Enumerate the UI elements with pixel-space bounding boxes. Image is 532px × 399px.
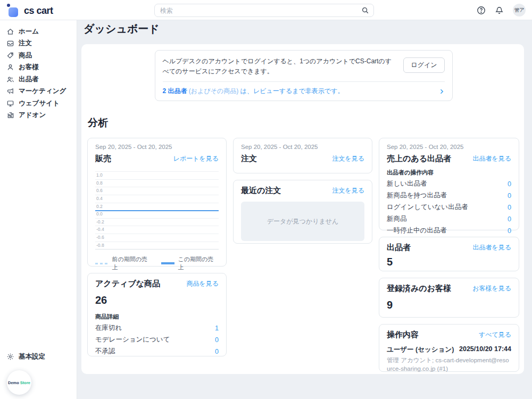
- activity-card-title: 操作内容: [387, 330, 419, 340]
- sidebar-item-marketing[interactable]: マーケティング: [0, 86, 77, 98]
- vendors-count-card: 出品者 出品者を見る 5: [379, 237, 519, 271]
- login-button[interactable]: ログイン: [403, 57, 444, 73]
- topbar-actions: 管ア: [477, 4, 526, 16]
- legend-current-period: この期間の売上: [161, 255, 219, 271]
- view-vendors-link[interactable]: 出品者を見る: [472, 154, 511, 163]
- search-icon[interactable]: [361, 6, 369, 14]
- sales-chart-legend: 前の期間の売上 この期間の売上: [95, 255, 219, 271]
- activity-card: 操作内容 すべて見る ユーザー (セッション) 2025/10/20 17:44…: [379, 324, 519, 372]
- products-subtitle: 商品詳細: [95, 313, 219, 321]
- topbar: cs cart 管ア: [0, 0, 532, 20]
- orders-inbox-icon: [6, 39, 14, 47]
- sales-card-date: Sep 20, 2025 - Oct 20, 2025: [95, 144, 219, 150]
- recent-orders-card: 最近の注文 注文を見る データが見つかりません: [233, 180, 372, 244]
- website-monitor-icon: [6, 99, 14, 107]
- orders-card: Sep 20, 2025 - Oct 20, 2025 注文 注文を見る: [233, 138, 372, 173]
- orders-card-date: Sep 20, 2025 - Oct 20, 2025: [241, 144, 364, 150]
- sidebar-item-vendors[interactable]: 出品者: [0, 73, 77, 86]
- global-search: [154, 4, 374, 17]
- stat-row-out-of-stock: 在庫切れ 1: [95, 323, 219, 332]
- helpdesk-notification: ヘルプデスクのアカウントでログインすると、1つのアカウントでCS-Cartのすべ…: [155, 50, 453, 101]
- solid-line-swatch: [161, 262, 175, 264]
- view-products-link[interactable]: 商品を見る: [186, 279, 219, 288]
- notifications-bell-icon[interactable]: [495, 6, 504, 15]
- active-products-count: 26: [95, 294, 219, 306]
- logo-text: cs cart: [24, 5, 53, 16]
- help-icon[interactable]: [477, 6, 486, 15]
- activity-entry-detail: 管理 アカウント; cs-cart-development@resource-s…: [387, 356, 511, 373]
- vendors-people-icon: [6, 76, 14, 84]
- vendors-activity-subtitle: 出品者の操作内容: [387, 169, 511, 177]
- chevron-right-icon: [438, 88, 445, 95]
- review-link-rest: は、レビューするまで非表示です。: [240, 87, 344, 95]
- review-link-strong: 2 出品者: [163, 87, 187, 95]
- sidebar-item-addons[interactable]: アドオン: [0, 110, 77, 122]
- cs-cart-logo-icon: [7, 4, 21, 18]
- vendors-review-link[interactable]: 2 出品者 (およびその商品) は、レビューするまで非表示です。: [163, 82, 445, 96]
- dashboard-panel: ヘルプデスクのアカウントでログインすると、1つのアカウントでCS-Cartのすべ…: [81, 44, 524, 374]
- sidebar-item-home[interactable]: ホーム: [0, 26, 77, 38]
- helpdesk-message: ヘルプデスクのアカウントでログインすると、1つのアカウントでCS-Cartのすべ…: [163, 56, 396, 76]
- vendors-sales-title: 売上のある出品者: [387, 154, 451, 164]
- sidebar-item-products[interactable]: 商品: [0, 49, 77, 62]
- products-tag-icon: [6, 52, 14, 60]
- store-logo[interactable]: Demo Store: [7, 370, 31, 395]
- review-link-muted: (およびその商品): [187, 87, 240, 95]
- customers-count: 9: [387, 299, 511, 311]
- main-content: 9月 20, 2025 — 10月 20, 2025 ダッシュボード ヘルプデス…: [77, 7, 532, 374]
- view-all-activity-link[interactable]: すべて見る: [479, 330, 511, 339]
- vendors-sales-date: Sep 20, 2025 - Oct 20, 2025: [387, 144, 511, 150]
- page-title: ダッシュボード: [81, 22, 524, 38]
- addons-puzzle-icon: [6, 111, 14, 119]
- vendors-count: 5: [387, 256, 511, 268]
- gear-icon: [6, 353, 14, 361]
- sales-card-title: 販売: [95, 154, 111, 164]
- marketing-megaphone-icon: [6, 87, 14, 95]
- vendors-sales-card: Sep 20, 2025 - Oct 20, 2025 売上のある出品者 出品者…: [379, 138, 519, 230]
- stat-row-disapproved: 不承認 0: [95, 347, 219, 356]
- sidebar-item-settings[interactable]: 基本設定: [0, 351, 77, 363]
- analytics-grid: Sep 20, 2025 - Oct 20, 2025 販売 レポートを見る 1…: [87, 138, 520, 372]
- sidebar-item-website[interactable]: ウェブサイト: [0, 97, 77, 110]
- activity-entry: ユーザー (セッション) 2025/10/20 17:44: [387, 345, 511, 354]
- view-report-link[interactable]: レポートを見る: [173, 154, 219, 163]
- stat-row-suspended-vendors: 一時停止中の出品者 0: [387, 226, 511, 235]
- sidebar: ホーム 注文 商品 お客様 出品者: [0, 20, 77, 399]
- customers-card: 登録済みのお客様 お客様を見る 9: [379, 278, 519, 318]
- stat-row-vendors-not-logged-in: ログインしていない出品者 0: [387, 203, 511, 212]
- sales-chart: 1.00.80.60.40.20.0-0.2-0.4-0.6-0.8: [95, 171, 219, 250]
- home-icon: [6, 28, 14, 36]
- cs-cart-logo[interactable]: cs cart: [7, 3, 77, 18]
- stat-row-new-vendors: 新しい出品者 0: [387, 179, 511, 188]
- stat-row-moderation: モデレーションについて 0: [95, 335, 219, 344]
- recent-orders-title: 最近の注文: [241, 186, 281, 196]
- orders-card-title: 注文: [241, 154, 257, 164]
- stat-row-new-products: 新商品 0: [387, 214, 511, 223]
- view-recent-orders-link[interactable]: 注文を見る: [332, 186, 364, 195]
- view-orders-link[interactable]: 注文を見る: [332, 154, 364, 163]
- sidebar-item-customers[interactable]: お客様: [0, 62, 77, 74]
- user-avatar[interactable]: 管ア: [513, 4, 526, 16]
- products-card-title: アクティブな商品: [95, 279, 160, 289]
- vendors-count-title: 出品者: [387, 243, 411, 253]
- sales-card: Sep 20, 2025 - Oct 20, 2025 販売 レポートを見る 1…: [87, 138, 227, 267]
- active-products-card: アクティブな商品 商品を見る 26 商品詳細 在庫切れ 1 モデレーションについ…: [87, 273, 227, 356]
- sidebar-item-orders[interactable]: 注文: [0, 38, 77, 50]
- view-all-vendors-link[interactable]: 出品者を見る: [472, 243, 511, 252]
- dashed-line-swatch: [95, 263, 109, 264]
- legend-previous-period: 前の期間の売上: [95, 255, 153, 271]
- customer-person-icon: [6, 63, 14, 71]
- customers-card-title: 登録済みのお客様: [387, 284, 451, 294]
- search-input[interactable]: [154, 4, 374, 17]
- view-customers-link[interactable]: お客様を見る: [472, 284, 511, 293]
- analytics-section-title: 分析: [88, 116, 520, 130]
- sidebar-bottom: 基本設定 Demo Store: [0, 351, 77, 395]
- no-data-placeholder: データが見つかりません: [241, 202, 364, 241]
- stat-row-vendors-new-products: 新商品を持つ出品者 0: [387, 191, 511, 200]
